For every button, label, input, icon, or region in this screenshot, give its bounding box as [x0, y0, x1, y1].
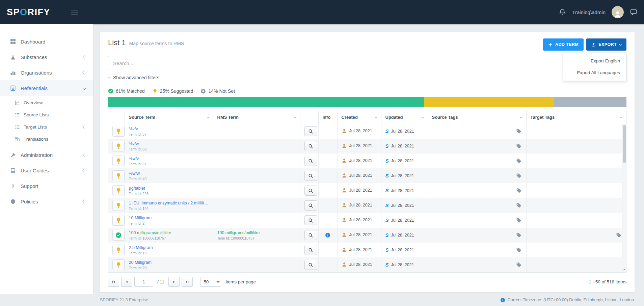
search-term-button[interactable] — [304, 200, 317, 211]
scroll-down-arrow[interactable] — [622, 267, 626, 272]
export-menu-item-export-all-languages[interactable]: Export All Languages — [563, 67, 626, 79]
search-term-button[interactable] — [304, 260, 317, 270]
chat-icon[interactable] — [630, 8, 637, 16]
source-term-link[interactable]: 1 IEU: immuno enzymatic units / 2 millil… — [129, 201, 209, 205]
suggested-status-icon[interactable] — [112, 156, 125, 166]
column-menu-icon[interactable] — [206, 116, 209, 118]
matched-status-icon[interactable] — [112, 230, 125, 241]
search-term-button[interactable] — [304, 126, 317, 136]
sidebar-subitem-target-lists[interactable]: Target Lists — [0, 121, 93, 133]
column-header-rms-term[interactable]: RMS Term — [213, 111, 300, 124]
table-row[interactable]: 20 MilligramTerm Id: 20 Jul 28, 2021 SJu… — [108, 257, 626, 272]
column-header-target-tags[interactable]: Target Tags — [526, 111, 626, 124]
table-row[interactable]: %v/wTerm Id: 68 Jul 28, 2021 SJul 28, 20… — [108, 139, 626, 154]
page-size-select[interactable]: 50 — [200, 277, 221, 287]
tag-icon[interactable] — [516, 158, 521, 164]
suggested-status-icon[interactable] — [112, 245, 125, 255]
table-row[interactable]: µg/tabletTerm Id: 226 Jul 28, 2021 SJul … — [108, 183, 626, 198]
last-page-button[interactable] — [182, 277, 193, 287]
page-number-input[interactable] — [134, 277, 153, 287]
tag-icon[interactable] — [616, 232, 621, 238]
sidebar-item-substances[interactable]: Substances — [0, 49, 93, 65]
sidebar-subitem-translations[interactable]: Translations — [0, 133, 93, 145]
column-header-source-tags[interactable]: Source Tags — [428, 111, 526, 124]
suggested-status-icon[interactable] — [112, 126, 125, 137]
column-menu-icon[interactable] — [293, 116, 296, 118]
menu-toggle-icon[interactable] — [70, 8, 79, 16]
sidebar-item-referentials[interactable]: Referentials — [0, 80, 93, 96]
table-row[interactable]: 1 IEU: immuno enzymatic units / 2 millil… — [108, 198, 626, 213]
tag-icon[interactable] — [516, 129, 521, 134]
table-row[interactable]: %w/vTerm Id: 37 Jul 28, 2021 SJul 28, 20… — [108, 154, 626, 168]
source-term-link[interactable]: %v/v — [129, 127, 209, 131]
source-term-link[interactable]: %v/w — [129, 141, 209, 146]
tag-icon[interactable] — [516, 173, 521, 178]
sidebar-item-user-guides[interactable]: User Guides — [0, 163, 93, 178]
table-row[interactable]: 2.5 MilligramTerm Id: 19 Jul 28, 2021 SJ… — [108, 243, 626, 257]
search-term-button[interactable] — [304, 186, 317, 196]
sidebar-subitem-overview[interactable]: Overview — [0, 96, 93, 109]
table-row[interactable]: %v/vTerm Id: 57 Jul 28, 2021 SJul 28, 20… — [108, 124, 626, 139]
source-term-link[interactable]: 20 Milligram — [129, 260, 209, 265]
suggested-status-icon[interactable] — [112, 259, 125, 270]
tag-icon[interactable] — [516, 247, 521, 253]
export-menu-item-export-english[interactable]: Export English — [563, 55, 626, 67]
search-term-button[interactable] — [304, 230, 317, 240]
column-header-created[interactable]: Created — [337, 111, 381, 124]
search-term-button[interactable] — [304, 245, 317, 255]
notifications-bell-icon[interactable] — [559, 8, 566, 16]
avatar[interactable] — [612, 6, 624, 18]
table-row[interactable]: %w/wTerm Id: 40 Jul 28, 2021 SJul 28, 20… — [108, 168, 626, 183]
vertical-scrollbar[interactable] — [622, 124, 626, 272]
sidebar-item-organisations[interactable]: Organisations — [0, 65, 93, 80]
suggested-status-icon[interactable] — [112, 170, 125, 181]
table-row[interactable]: 10 MilligramTerm Id: 2 Jul 28, 2021 SJul… — [108, 213, 626, 228]
suggested-status-icon[interactable] — [112, 200, 125, 211]
prev-page-button[interactable] — [121, 277, 132, 287]
source-term-link[interactable]: 10 Milligram — [129, 216, 209, 220]
tag-icon[interactable] — [516, 203, 521, 208]
table-row[interactable]: 100 milligrams/millilitreTerm Id: 100000… — [108, 228, 626, 243]
sidebar-item-administration[interactable]: Administration — [0, 147, 93, 163]
source-term-link[interactable]: µg/tablet — [129, 186, 209, 191]
suggested-status-icon[interactable] — [112, 185, 125, 196]
user-icon — [342, 158, 347, 163]
suggested-status-icon[interactable] — [112, 215, 125, 226]
rms-term-link[interactable]: 100 milligrams/millilitre — [217, 230, 296, 235]
sidebar-subitem-source-lists[interactable]: Source Lists — [0, 109, 93, 121]
column-menu-icon[interactable] — [421, 116, 424, 118]
search-term-button[interactable] — [304, 141, 317, 151]
source-term-link[interactable]: %w/v — [129, 156, 209, 161]
tag-icon[interactable] — [516, 262, 521, 268]
search-term-button[interactable] — [304, 215, 317, 225]
app-logo[interactable]: SPORIFY — [7, 7, 50, 18]
scrollbar-thumb[interactable] — [623, 125, 626, 163]
add-term-button[interactable]: ADD TERM — [543, 38, 584, 51]
source-term-link[interactable]: %w/w — [129, 171, 209, 176]
tag-icon[interactable] — [516, 143, 521, 149]
search-term-button[interactable] — [304, 156, 317, 166]
search-term-button[interactable] — [304, 171, 317, 181]
sidebar-item-dashboard[interactable]: Dashboard — [0, 34, 93, 49]
tag-icon[interactable] — [516, 218, 521, 223]
progress-segment-suggested — [424, 97, 554, 107]
column-menu-icon[interactable] — [374, 116, 377, 118]
column-menu-icon[interactable] — [519, 116, 522, 118]
suggested-status-icon[interactable] — [112, 141, 125, 151]
tag-icon[interactable] — [516, 232, 521, 238]
search-input[interactable] — [108, 56, 626, 70]
sidebar-item-policies[interactable]: Policies — [0, 194, 93, 209]
advanced-filters-toggle[interactable]: Show advanced filters — [108, 75, 159, 80]
column-header-updated[interactable]: Updated — [381, 111, 428, 124]
first-page-button[interactable] — [108, 277, 119, 287]
export-button[interactable]: EXPORT — [586, 38, 626, 51]
source-term-link[interactable]: 2.5 Milligram — [129, 245, 209, 250]
next-page-button[interactable] — [168, 277, 180, 287]
column-header-source-term[interactable]: Source Term — [125, 111, 213, 124]
sidebar-item-support[interactable]: ? Support — [0, 178, 93, 194]
tag-icon[interactable] — [516, 188, 521, 193]
user-menu[interactable]: Training\admin — [572, 9, 606, 15]
column-menu-icon[interactable] — [620, 116, 622, 118]
info-icon[interactable] — [325, 232, 330, 238]
source-term-link[interactable]: 100 milligrams/millilitre — [129, 230, 209, 235]
